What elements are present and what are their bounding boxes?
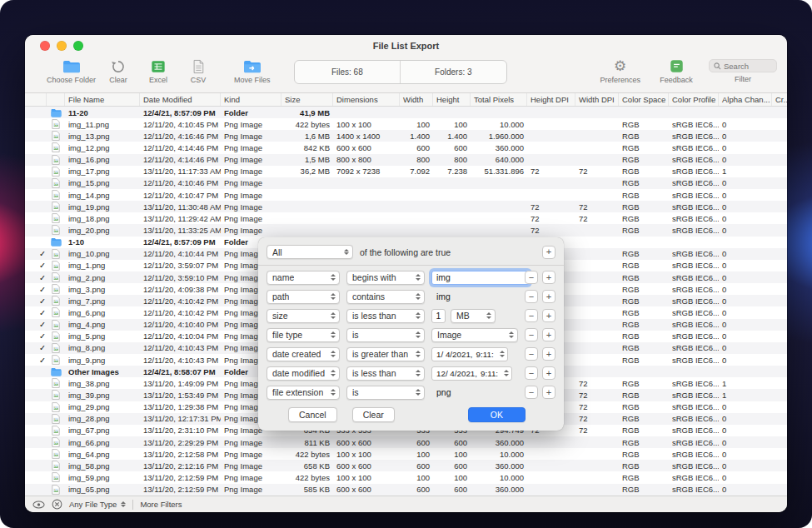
more-filters-button[interactable]: More Filters (140, 500, 182, 509)
table-row[interactable]: img_14.png12/11/20, 4:10:47 PMPng ImageR… (25, 189, 787, 201)
column-header-height-dpi[interactable]: Height DPI (527, 93, 575, 106)
remove-rule-button[interactable]: − (525, 386, 538, 399)
column-header-check[interactable] (25, 93, 47, 106)
gear-icon: ⚙ (614, 57, 626, 75)
operator-popup[interactable]: is (346, 386, 425, 400)
column-header-cropped[interactable]: Cr... (772, 93, 787, 106)
table-row[interactable]: img_19.png13/11/20, 11:30:48 AMPng Image… (25, 201, 787, 212)
move-files-button[interactable]: Move Files (234, 57, 271, 84)
file-type-popup[interactable]: Any File Type (69, 500, 126, 509)
add-rule-button[interactable]: + (542, 246, 555, 259)
table-row[interactable]: img_13.png12/11/20, 4:16:46 PMPng Image1… (25, 130, 787, 142)
column-header-file-name[interactable]: File Name (65, 93, 140, 106)
width-cell: 100 (400, 450, 433, 459)
field-popup[interactable]: size (267, 309, 340, 323)
field-popup[interactable]: date created (267, 347, 340, 361)
table-row[interactable]: img_66.png13/11/20, 2:29:29 PMPng Image8… (25, 436, 787, 448)
kind-cell: Png Image (221, 167, 281, 176)
add-rule-button[interactable]: + (542, 328, 555, 341)
file-name-cell: img_7.png (65, 296, 140, 306)
field-popup[interactable]: file type (267, 328, 340, 342)
table-row[interactable]: img_17.png13/11/20, 11:17:33 AMPng Image… (25, 166, 787, 177)
table-row[interactable]: img_65.png13/11/20, 2:12:59 PMPng Image5… (25, 484, 787, 496)
add-rule-button[interactable]: + (542, 347, 555, 361)
column-header-total-pixels[interactable]: Total Pixels (471, 93, 527, 106)
operator-popup[interactable]: contains (346, 290, 425, 304)
table-row[interactable]: img_64.png13/11/20, 2:12:58 PMPng Image4… (25, 448, 787, 460)
remove-rule-button[interactable]: − (525, 347, 538, 361)
search-input[interactable] (724, 62, 774, 71)
operator-popup[interactable]: begins with (346, 271, 425, 285)
value-input[interactable] (431, 271, 530, 285)
cancel-button[interactable]: Cancel (288, 407, 337, 422)
minimize-button[interactable] (57, 41, 67, 51)
field-popup[interactable]: name (267, 271, 340, 285)
column-header-height[interactable]: Height (433, 93, 471, 106)
csv-export-button[interactable]: CSV (181, 57, 216, 84)
add-rule-button[interactable]: + (542, 290, 555, 303)
value-popup[interactable]: Image (431, 328, 518, 342)
stepper-icon[interactable] (500, 351, 505, 357)
table-row[interactable]: img_18.png13/11/20, 11:29:42 AMPng Image… (25, 212, 787, 224)
value-text[interactable]: img (431, 291, 451, 301)
column-header-alpha-channel[interactable]: Alpha Chan... (719, 93, 772, 106)
date-picker[interactable]: 1/ 4/2021,9:11: (431, 347, 508, 361)
table-row[interactable]: img_59.png13/11/20, 2:12:59 PMPng Image4… (25, 471, 787, 483)
height-cell: 600 (433, 461, 471, 471)
add-rule-button[interactable]: + (542, 271, 555, 284)
field-popup[interactable]: path (267, 290, 340, 304)
column-header-width-dpi[interactable]: Width DPI (575, 93, 619, 106)
table-row[interactable]: img_16.png12/11/20, 4:14:46 PMPng Image1… (25, 154, 787, 166)
column-header-icon[interactable] (47, 93, 65, 106)
excel-export-button[interactable]: Excel (141, 57, 176, 84)
clear-button[interactable]: Clear (101, 57, 136, 84)
column-header-color-profile[interactable]: Color Profile (669, 93, 719, 106)
table-row[interactable]: img_12.png12/11/20, 4:14:46 PMPng Image8… (25, 142, 787, 153)
preferences-button[interactable]: ⚙ Preferences (600, 57, 640, 84)
column-header-size[interactable]: Size (281, 93, 333, 106)
search-field[interactable] (709, 59, 777, 72)
filter-search-group: Filter (709, 59, 777, 83)
match-popup[interactable]: All (267, 245, 353, 259)
width-dpi-cell: 72 (575, 426, 619, 435)
field-popup[interactable]: date modified (267, 366, 340, 381)
size-value-field[interactable]: 1 (431, 309, 446, 323)
choose-folder-button[interactable]: Choose Folder (47, 57, 96, 84)
date-modified-cell: 12/11/20, 4:10:46 PM (140, 178, 221, 187)
clear-filter-icon[interactable] (52, 499, 62, 510)
value-text[interactable]: png (431, 387, 451, 397)
add-rule-button[interactable]: + (542, 309, 555, 322)
date-picker[interactable]: 12/ 4/2021,9:11: (431, 366, 512, 381)
close-button[interactable] (40, 41, 50, 51)
remove-rule-button[interactable]: − (525, 366, 538, 380)
table-row[interactable]: img_15.png12/11/20, 4:10:46 PMPng ImageR… (25, 177, 787, 189)
ok-button[interactable]: OK (468, 407, 526, 422)
preview-eye-icon[interactable] (32, 501, 45, 509)
stepper-icon[interactable] (504, 370, 509, 376)
column-header-kind[interactable]: Kind (221, 93, 281, 106)
operator-popup[interactable]: is less than (346, 309, 425, 323)
column-header-color-space[interactable]: Color Space (619, 93, 669, 106)
table-row[interactable]: img_20.png13/11/20, 11:33:25 AMPng Image… (25, 224, 787, 236)
column-header-width[interactable]: Width (400, 93, 433, 106)
field-popup[interactable]: file extension (267, 386, 340, 400)
unit-popup[interactable]: MB (451, 309, 496, 323)
remove-rule-button[interactable]: − (525, 290, 538, 303)
column-header-date-modified[interactable]: Date Modified (140, 93, 221, 106)
column-header-dimensions[interactable]: Dimensions (333, 93, 400, 106)
operator-popup[interactable]: is less than (346, 366, 425, 381)
file-name-cell: img_6.png (65, 308, 140, 317)
feedback-button[interactable]: Feedback (659, 57, 694, 84)
table-row[interactable]: img_11.png12/11/20, 4:10:45 PMPng Image4… (25, 118, 787, 130)
remove-rule-button[interactable]: − (525, 328, 538, 341)
operator-popup[interactable]: is (346, 328, 425, 342)
add-rule-button[interactable]: + (542, 366, 555, 380)
add-rule-button[interactable]: + (542, 386, 555, 399)
table-row[interactable]: img_58.png13/11/20, 2:12:16 PMPng Image6… (25, 460, 787, 471)
operator-popup[interactable]: is greater than (346, 347, 425, 361)
table-row[interactable]: 11-2012/4/21, 8:57:09 PMFolder41,9 MB (25, 107, 787, 118)
clear-filters-button[interactable]: Clear (352, 407, 395, 422)
remove-rule-button[interactable]: − (525, 309, 538, 322)
remove-rule-button[interactable]: − (525, 271, 538, 284)
zoom-button[interactable] (73, 41, 83, 51)
